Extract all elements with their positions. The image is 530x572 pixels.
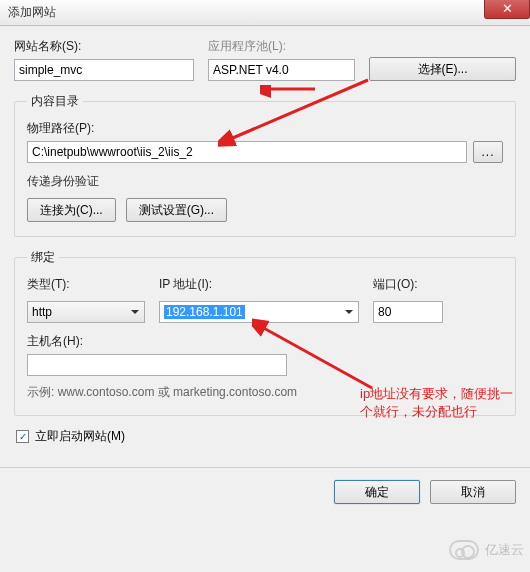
chevron-down-icon <box>345 310 353 314</box>
content-group: 内容目录 物理路径(P): ... 传递身份验证 连接为(C)... 测试设置(… <box>14 93 516 237</box>
connect-as-button[interactable]: 连接为(C)... <box>27 198 116 222</box>
site-name-input[interactable] <box>14 59 194 81</box>
ok-button[interactable]: 确定 <box>334 480 420 504</box>
titlebar: 添加网站 ✕ <box>0 0 530 26</box>
cloud-icon <box>449 540 479 560</box>
dialog-footer: 确定 取消 <box>0 467 530 516</box>
close-button[interactable]: ✕ <box>484 0 530 19</box>
start-immediately-label: 立即启动网站(M) <box>35 428 125 445</box>
binding-type-label: 类型(T): <box>27 276 145 293</box>
app-pool-value: ASP.NET v4.0 <box>208 59 355 81</box>
app-pool-label: 应用程序池(L): <box>208 38 355 55</box>
select-app-pool-button[interactable]: 选择(E)... <box>369 57 516 81</box>
binding-type-combo[interactable]: http <box>27 301 145 323</box>
watermark: 亿速云 <box>449 540 524 560</box>
binding-port-input[interactable] <box>373 301 443 323</box>
passthru-auth-label: 传递身份验证 <box>27 173 503 190</box>
content-legend: 内容目录 <box>27 93 83 110</box>
binding-host-input[interactable] <box>27 354 287 376</box>
start-immediately-checkbox[interactable]: ✓ <box>16 430 29 443</box>
binding-ip-combo[interactable]: 192.168.1.101 <box>159 301 359 323</box>
binding-host-label: 主机名(H): <box>27 333 503 350</box>
cancel-button[interactable]: 取消 <box>430 480 516 504</box>
chevron-down-icon <box>131 310 139 314</box>
window-title: 添加网站 <box>8 4 56 21</box>
physical-path-input[interactable] <box>27 141 467 163</box>
binding-legend: 绑定 <box>27 249 59 266</box>
test-settings-button[interactable]: 测试设置(G)... <box>126 198 227 222</box>
binding-port-label: 端口(O): <box>373 276 443 293</box>
binding-ip-label: IP 地址(I): <box>159 276 359 293</box>
close-icon: ✕ <box>502 1 513 16</box>
physical-path-label: 物理路径(P): <box>27 120 503 137</box>
annotation-text: ip地址没有要求，随便挑一个就行，未分配也行 <box>360 385 520 420</box>
browse-path-button[interactable]: ... <box>473 141 503 163</box>
site-name-label: 网站名称(S): <box>14 38 194 55</box>
